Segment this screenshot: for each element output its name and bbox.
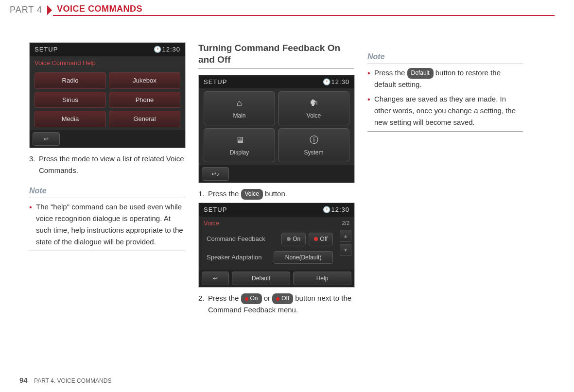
help-button: Help — [293, 272, 351, 285]
default-chip: Default — [407, 68, 434, 78]
command-feedback-label: Command Feedback — [207, 234, 278, 244]
home-icon: ⌂ — [233, 97, 246, 109]
tile-sirius: Sirius — [35, 92, 106, 108]
note-default-text: Press the Default button to restore the … — [374, 67, 523, 90]
note-default: • Press the Default button to restore th… — [367, 67, 523, 90]
page-number: 94 — [19, 376, 28, 384]
screen3-back-icon: ↩ — [202, 272, 229, 285]
bullet-icon: • — [29, 201, 36, 248]
step-1-post: button. — [263, 189, 287, 198]
step-3-num: 3. — [29, 153, 39, 176]
default-button: Default — [232, 272, 290, 285]
divider — [367, 131, 523, 132]
off-chip: Off — [272, 293, 293, 304]
screen1-subtitle: Voice Command Help — [30, 56, 185, 70]
step-1-num: 1. — [198, 188, 208, 200]
on-label: On — [293, 235, 300, 243]
section-heading: Turning Command Feedback On and Off — [198, 42, 354, 69]
tile-phone: Phone — [109, 92, 180, 108]
off-label: Off — [320, 235, 328, 243]
display-icon: 🖥 — [233, 134, 246, 146]
divider — [29, 251, 185, 251]
tile-voice-label: Voice — [307, 111, 321, 120]
step-3-text: Press the mode to view a list of related… — [39, 153, 185, 176]
tile-media: Media — [35, 111, 106, 127]
note-default-pre: Press the — [374, 68, 407, 77]
speaker-adaptation-label: Speaker Adaptation — [207, 253, 271, 262]
tile-system-label: System — [304, 148, 323, 157]
screen3-subtitle: Voice — [199, 217, 224, 230]
column-1: SETUP 🕐12:30 Voice Command Help Radio Ju… — [29, 42, 185, 319]
voice-chip: Voice — [241, 189, 263, 199]
screenshot-voice-settings: SETUP 🕐12:30 Voice 2/2 Command Feedback … — [198, 203, 355, 288]
step-1-text: Press the Voice button. — [208, 188, 287, 200]
step-2-text: Press the On or Off button next to the C… — [208, 292, 354, 316]
screenshot-setup-main: SETUP 🕐12:30 ⌂ Main 🗣 Voice 🖥 Display ⓘ — [198, 75, 355, 184]
on-button: On — [281, 233, 306, 245]
screen3-title: SETUP — [204, 205, 227, 215]
page-header: PART 4 VOICE COMMANDS — [0, 0, 574, 18]
on-chip: On — [241, 293, 262, 304]
tile-jukebox: Jukebox — [109, 72, 180, 89]
note-changes-text: Changes are saved as they are made. In o… — [374, 93, 523, 128]
step-2-mid: or — [262, 294, 273, 302]
screen2-time: 🕐12:30 — [323, 77, 349, 87]
step-1-pre: Press the — [208, 189, 241, 198]
voice-icon: 🗣 — [308, 97, 320, 109]
header-part: PART 4 — [10, 5, 47, 15]
step-2-num: 2. — [198, 292, 208, 316]
screen2-title: SETUP — [204, 77, 227, 87]
step-2-pre: Press the — [208, 294, 241, 302]
tile-general: General — [109, 111, 180, 127]
back-icon: ↩ — [33, 132, 60, 146]
screen1-title: SETUP — [35, 45, 58, 54]
page-footer: 94 PART 4. VOICE COMMANDS — [19, 376, 111, 384]
down-arrow-icon: ▼ — [340, 244, 351, 256]
tile-display: 🖥 Display — [204, 128, 275, 162]
screenshot-voice-command-help: SETUP 🕐12:30 Voice Command Help Radio Ju… — [29, 42, 186, 148]
step-2: 2. Press the On or Off button next to th… — [198, 292, 354, 316]
tile-radio: Radio — [35, 72, 106, 89]
screen1-time: 🕐12:30 — [154, 45, 180, 54]
tile-system: ⓘ System — [278, 128, 349, 162]
note-heading-2: Note — [367, 51, 523, 64]
tile-voice: 🗣 Voice — [278, 91, 349, 125]
speaker-adaptation-value: None(Default) — [274, 251, 333, 264]
column-2: Turning Command Feedback On and Off SETU… — [198, 42, 354, 319]
tile-display-label: Display — [230, 148, 249, 157]
off-button: Off — [309, 233, 333, 245]
screen3-time: 🕐12:30 — [323, 205, 349, 215]
header-title: VOICE COMMANDS — [53, 4, 555, 16]
bullet-icon: • — [367, 67, 374, 90]
tile-main: ⌂ Main — [204, 91, 275, 125]
screen3-page: 2/2 — [342, 219, 354, 227]
note-1: • The "help" command can be used even wh… — [29, 201, 185, 248]
note-changes: • Changes are saved as they are made. In… — [367, 93, 523, 128]
bullet-icon: • — [367, 93, 374, 128]
note-1-text: The "help" command can be used even whil… — [36, 201, 185, 248]
footer-text: PART 4. VOICE COMMANDS — [34, 377, 111, 384]
up-arrow-icon: ▲ — [340, 230, 351, 242]
step-1: 1. Press the Voice button. — [198, 188, 354, 200]
note-heading-1: Note — [29, 185, 185, 198]
step-3: 3. Press the mode to view a list of rela… — [29, 153, 185, 176]
info-icon: ⓘ — [308, 134, 320, 146]
header-arrow-icon — [47, 5, 52, 15]
back-music-icon: ↩♪ — [202, 167, 229, 181]
tile-main-label: Main — [233, 111, 245, 120]
column-3: Note • Press the Default button to resto… — [367, 42, 523, 319]
